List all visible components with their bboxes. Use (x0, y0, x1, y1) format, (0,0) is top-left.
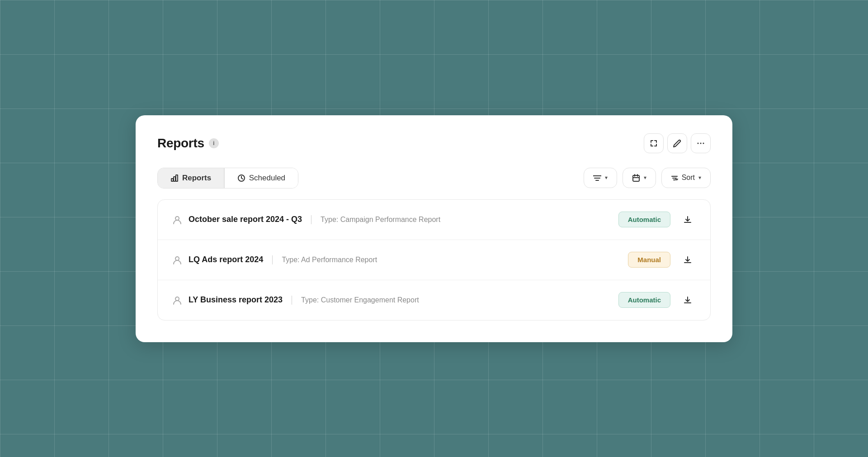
tab-scheduled-label: Scheduled (249, 174, 285, 183)
tab-reports-label: Reports (182, 174, 211, 183)
svg-rect-10 (633, 175, 639, 181)
user-icon (172, 214, 182, 225)
info-icon[interactable]: i (209, 138, 219, 148)
more-options-button[interactable] (691, 133, 711, 153)
svg-point-19 (175, 297, 179, 301)
user-icon (172, 295, 182, 306)
svg-rect-3 (171, 179, 173, 181)
download-button[interactable] (679, 292, 696, 308)
report-type: Type: Campaign Performance Report (321, 216, 618, 224)
sort-label: Sort (682, 174, 695, 182)
report-separator (272, 255, 273, 264)
report-separator (292, 296, 292, 305)
tab-group: Reports Scheduled (157, 168, 298, 188)
reports-tab-icon (170, 174, 179, 183)
filter-button[interactable]: ▾ (584, 168, 617, 188)
toolbar: Reports Scheduled (157, 168, 711, 188)
user-icon (172, 254, 182, 265)
calendar-icon (632, 174, 640, 182)
svg-point-1 (700, 142, 702, 144)
sort-icon (671, 174, 678, 182)
scheduled-tab-icon (237, 174, 245, 183)
card-header: Reports i (157, 133, 711, 153)
edit-button[interactable] (667, 133, 687, 153)
tab-reports[interactable]: Reports (158, 168, 224, 188)
title-group: Reports i (157, 136, 219, 151)
report-type: Type: Ad Performance Report (282, 256, 628, 264)
status-badge: Automatic (618, 292, 670, 308)
svg-point-17 (175, 217, 179, 220)
report-name: LQ Ads report 2024 (189, 255, 263, 264)
filter-icon (593, 174, 601, 182)
svg-rect-5 (176, 175, 178, 181)
reports-card: Reports i (136, 115, 732, 342)
report-name: October sale report 2024 - Q3 (189, 215, 302, 224)
calendar-filter-button[interactable]: ▾ (623, 168, 656, 188)
sort-chevron-icon: ▾ (698, 174, 701, 181)
filter-chevron-icon: ▾ (605, 174, 608, 181)
sort-button[interactable]: Sort ▾ (661, 168, 711, 188)
status-badge: Manual (628, 252, 670, 268)
calendar-chevron-icon: ▾ (644, 174, 646, 181)
status-badge: Automatic (618, 212, 670, 227)
download-button[interactable] (679, 212, 696, 228)
header-actions (644, 133, 711, 153)
expand-button[interactable] (644, 133, 664, 153)
reports-list: October sale report 2024 - Q3 Type: Camp… (157, 199, 711, 320)
download-button[interactable] (679, 252, 696, 268)
table-row: LQ Ads report 2024 Type: Ad Performance … (158, 240, 710, 280)
card-title: Reports (157, 136, 204, 151)
report-type: Type: Customer Engagement Report (301, 296, 618, 304)
tab-scheduled[interactable]: Scheduled (225, 168, 298, 188)
report-separator (311, 215, 311, 224)
table-row: LY Business report 2023 Type: Customer E… (158, 280, 710, 320)
svg-point-18 (175, 257, 179, 260)
svg-point-2 (703, 142, 704, 144)
table-row: October sale report 2024 - Q3 Type: Camp… (158, 200, 710, 240)
svg-rect-4 (174, 177, 175, 181)
filter-group: ▾ ▾ (584, 168, 711, 188)
svg-point-0 (698, 142, 699, 144)
report-name: LY Business report 2023 (189, 295, 283, 305)
